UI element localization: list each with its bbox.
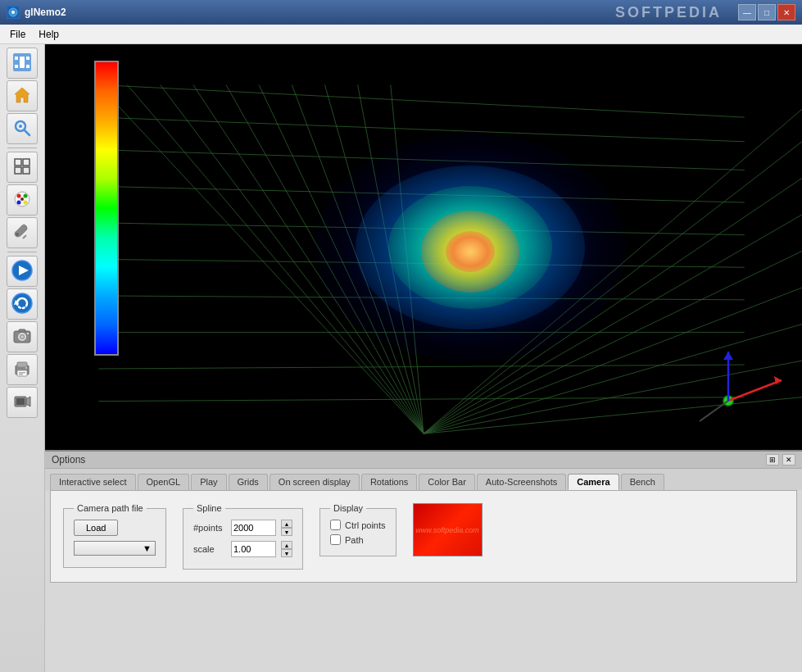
title-bar: glNemo2 SOFTPEDIA — □ ✕	[0, 0, 802, 25]
svg-line-12	[25, 129, 30, 135]
ctrl-points-label: Ctrl points	[345, 520, 386, 530]
nebula-visualization	[315, 116, 626, 379]
menu-help[interactable]: Help	[32, 27, 66, 42]
scale-spinner: ▲ ▼	[281, 541, 292, 557]
refresh-button[interactable]	[7, 288, 38, 320]
wrench-icon	[13, 223, 31, 243]
ctrl-points-row: Ctrl points	[330, 520, 386, 530]
print-icon	[13, 360, 31, 380]
points-label: #points	[193, 523, 226, 533]
zoom-icon	[13, 119, 31, 139]
path-label: Path	[345, 535, 364, 545]
points-spin-down[interactable]: ▼	[281, 528, 292, 536]
svg-point-18	[17, 193, 21, 198]
options-float-button[interactable]: ⊞	[766, 454, 779, 465]
svg-marker-41	[26, 397, 30, 406]
ctrl-points-checkbox[interactable]	[330, 520, 341, 530]
tab-play[interactable]: Play	[191, 474, 226, 490]
svg-point-31	[20, 335, 24, 338]
svg-rect-8	[26, 65, 29, 68]
viewport-3d[interactable]	[45, 44, 802, 450]
tab-color-bar[interactable]: Color Bar	[419, 474, 474, 490]
points-spinner: ▲ ▼	[281, 520, 292, 536]
path-row: Path	[330, 534, 386, 545]
tab-grids[interactable]: Grids	[229, 474, 268, 490]
svg-point-2	[11, 11, 15, 14]
camera-icon	[13, 327, 31, 347]
options-close-button[interactable]: ✕	[782, 454, 795, 465]
spline-group: Spline #points ▲ ▼ scale	[183, 503, 303, 570]
minimize-button[interactable]: —	[738, 4, 756, 20]
svg-rect-7	[15, 65, 18, 68]
screenshot-button[interactable]	[7, 321, 38, 352]
menu-file[interactable]: File	[3, 27, 32, 42]
svg-rect-38	[19, 374, 23, 375]
svg-point-20	[17, 200, 21, 204]
spline-legend: Spline	[193, 503, 225, 513]
palette-button[interactable]	[7, 184, 38, 216]
tab-camera[interactable]: Camera	[568, 474, 618, 490]
file-dropdown[interactable]: ▼	[74, 541, 156, 556]
left-toolbar	[0, 44, 45, 672]
toolbar-divider-1	[7, 148, 37, 148]
svg-marker-9	[15, 88, 29, 102]
app-icon	[7, 6, 20, 19]
preview-container: www.softpedia.com	[413, 503, 483, 556]
svg-rect-4	[15, 57, 18, 60]
grid-icon	[13, 157, 31, 178]
viewport-color-bar	[94, 61, 119, 356]
options-title: Options	[52, 454, 85, 465]
wrench-button[interactable]	[7, 217, 38, 248]
svg-rect-6	[26, 57, 29, 60]
points-spin-up[interactable]: ▲	[281, 520, 292, 528]
scale-spin-up[interactable]: ▲	[281, 541, 292, 549]
tab-on-screen-display[interactable]: On screen display	[270, 474, 360, 490]
record-icon	[13, 393, 31, 413]
dropdown-row: ▼	[74, 541, 156, 556]
svg-rect-37	[19, 372, 25, 374]
close-button[interactable]: ✕	[777, 4, 795, 20]
scale-spin-down[interactable]: ▼	[281, 549, 292, 557]
maximize-button[interactable]: □	[758, 4, 776, 20]
options-header-buttons: ⊞ ✕	[766, 454, 795, 465]
window-title: glNemo2	[25, 7, 615, 18]
grid-button[interactable]	[7, 152, 38, 183]
refresh-icon	[11, 292, 34, 317]
nebula-center-glow	[446, 231, 495, 272]
points-input[interactable]	[231, 520, 276, 536]
options-panel: Options ⊞ ✕ Interactive select OpenGL Pl…	[45, 450, 802, 672]
points-row: #points ▲ ▼	[193, 520, 292, 536]
zoom-button[interactable]	[7, 113, 38, 144]
load-button[interactable]: Load	[74, 520, 118, 536]
play-icon	[11, 259, 34, 284]
scale-label: scale	[193, 544, 226, 554]
film-button[interactable]	[7, 48, 38, 79]
tab-rotations[interactable]: Rotations	[361, 474, 417, 490]
path-checkbox[interactable]	[330, 534, 341, 545]
tab-opengl[interactable]: OpenGL	[138, 474, 190, 490]
svg-rect-35	[17, 362, 27, 367]
svg-rect-14	[23, 159, 29, 166]
svg-rect-32	[19, 329, 25, 332]
tab-auto-screenshots[interactable]: Auto-Screenshots	[477, 474, 566, 490]
display-legend: Display	[330, 503, 366, 513]
tabs-container: Interactive select OpenGL Play Grids On …	[45, 469, 802, 490]
tab-interactive-select[interactable]: Interactive select	[50, 474, 136, 490]
svg-rect-42	[16, 398, 25, 405]
tab-bench[interactable]: Bench	[621, 474, 664, 490]
options-header: Options ⊞ ✕	[45, 452, 802, 469]
home-button[interactable]	[7, 80, 38, 111]
palette-icon	[13, 190, 31, 211]
main-window: Options ⊞ ✕ Interactive select OpenGL Pl…	[0, 44, 802, 672]
coordinate-axes	[696, 343, 786, 434]
camera-preview: www.softpedia.com	[413, 503, 483, 556]
scale-input[interactable]	[231, 541, 276, 557]
record-button[interactable]	[7, 387, 38, 418]
display-group: Display Ctrl points Path	[319, 503, 396, 556]
svg-line-62	[98, 397, 744, 402]
svg-rect-15	[15, 167, 21, 174]
svg-point-19	[24, 193, 28, 198]
print-button[interactable]	[7, 354, 38, 385]
dropdown-arrow-icon: ▼	[143, 543, 152, 553]
play-button[interactable]	[7, 256, 38, 287]
